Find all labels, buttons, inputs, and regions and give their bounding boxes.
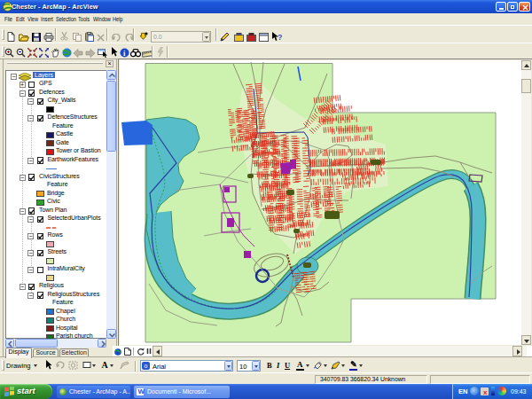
svg-text:?: ? (278, 33, 282, 42)
svg-text:A: A (102, 360, 109, 369)
